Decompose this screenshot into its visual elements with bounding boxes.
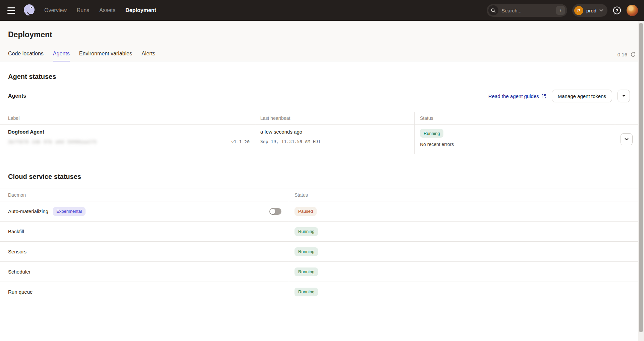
help-button[interactable]: ? xyxy=(612,6,622,15)
question-icon: ? xyxy=(612,6,622,15)
primary-nav: Overview Runs Assets Deployment xyxy=(44,7,156,13)
refresh-button[interactable] xyxy=(630,52,636,57)
daemon-name: Scheduler xyxy=(8,269,31,275)
col-header-label: Label xyxy=(0,115,255,121)
menu-button[interactable] xyxy=(4,3,18,17)
deployment-switcher[interactable]: P prod xyxy=(572,4,607,17)
search-input[interactable] xyxy=(498,8,556,13)
user-avatar[interactable] xyxy=(627,5,638,16)
daemon-status-badge: Running xyxy=(294,227,318,236)
daemon-row-sensors: Sensors Running xyxy=(0,242,638,262)
agent-name: Dogfood Agent xyxy=(8,129,255,135)
daemon-name: Auto-materializing xyxy=(8,208,48,214)
refresh-icon xyxy=(630,52,636,57)
agent-status-badge: Running xyxy=(420,129,443,138)
tab-agents[interactable]: Agents xyxy=(53,47,70,61)
agent-row: Dogfood Agent 3b7f870 2d6 97b a9d 5090ba… xyxy=(0,125,638,154)
heartbeat-relative: a few seconds ago xyxy=(260,129,414,135)
svg-text:?: ? xyxy=(616,8,619,13)
daemon-status-badge: Running xyxy=(294,288,318,296)
daemon-row-scheduler: Scheduler Running xyxy=(0,262,638,282)
agent-id-redacted: 3b7f870 2d6 97b a9d 5090baa275 xyxy=(8,139,97,144)
search-box[interactable]: / xyxy=(487,4,567,17)
dagster-logo[interactable] xyxy=(21,3,37,18)
hamburger-icon xyxy=(7,7,15,8)
top-navbar: Overview Runs Assets Deployment / P prod… xyxy=(0,0,644,21)
daemon-name: Run queue xyxy=(8,289,33,295)
daemon-row-backfill: Backfill Running xyxy=(0,222,638,242)
scrollbar xyxy=(638,21,644,341)
auto-materializing-toggle[interactable] xyxy=(269,208,281,215)
tabs-bar: Code locations Agents Environment variab… xyxy=(0,47,644,61)
refresh-timer: 0:16 xyxy=(618,52,627,57)
manage-tokens-menu-button[interactable] xyxy=(618,90,630,102)
agent-version: v1.1.20 xyxy=(231,139,250,144)
daemon-row-run-queue: Run queue Running xyxy=(0,282,638,302)
agents-table-header: Label Last heartbeat Status xyxy=(0,112,638,125)
cloud-services-table: Daemon Status Auto-materializing Experim… xyxy=(0,189,638,302)
agent-status-note: No recent errors xyxy=(420,142,615,147)
caret-down-icon xyxy=(622,95,626,97)
chevron-down-icon xyxy=(625,138,629,141)
scrollbar-thumb[interactable] xyxy=(639,23,643,332)
daemon-row-auto-materializing: Auto-materializing Experimental Paused xyxy=(0,201,638,222)
daemon-name: Backfill xyxy=(8,229,24,234)
daemon-status-badge: Running xyxy=(294,247,318,256)
agent-guides-link[interactable]: Read the agent guides xyxy=(488,93,546,99)
dagster-octopus-icon xyxy=(22,3,37,18)
nav-deployment[interactable]: Deployment xyxy=(125,7,156,13)
cloud-table-header: Daemon Status xyxy=(0,189,638,201)
search-icon xyxy=(488,5,498,15)
nav-runs[interactable]: Runs xyxy=(77,7,89,13)
nav-assets[interactable]: Assets xyxy=(99,7,115,13)
tab-environment-variables[interactable]: Environment variables xyxy=(79,47,132,61)
daemon-status-badge: Paused xyxy=(294,207,317,216)
org-name: prod xyxy=(586,8,596,13)
page-header: Deployment Code locations Agents Environ… xyxy=(0,21,644,61)
expand-agent-row-button[interactable] xyxy=(621,133,633,145)
external-link-icon xyxy=(541,94,546,99)
heartbeat-timestamp: Sep 19, 11:31:59 AM EDT xyxy=(260,139,414,144)
nav-overview[interactable]: Overview xyxy=(44,7,67,13)
col-header-status: Status xyxy=(289,189,638,201)
tab-alerts[interactable]: Alerts xyxy=(142,47,155,61)
agent-statuses-heading: Agent statuses xyxy=(0,73,638,81)
manage-agent-tokens-button[interactable]: Manage agent tokens xyxy=(552,90,612,102)
main-content: Agent statuses Agents Read the agent gui… xyxy=(0,73,638,302)
col-header-daemon: Daemon xyxy=(0,192,289,198)
daemon-status-badge: Running xyxy=(294,267,318,276)
slash-shortcut-key: / xyxy=(556,6,565,15)
col-header-status: Status xyxy=(414,112,615,124)
chevron-down-icon xyxy=(599,9,603,12)
navbar-right: / P prod ? xyxy=(487,4,638,17)
agents-table: Label Last heartbeat Status Dogfood Agen… xyxy=(0,112,638,154)
org-initial-badge: P xyxy=(574,6,583,15)
page-title: Deployment xyxy=(0,21,644,39)
agents-subheading: Agents xyxy=(8,93,26,99)
col-header-last-heartbeat: Last heartbeat xyxy=(255,112,414,124)
experimental-badge: Experimental xyxy=(53,207,86,216)
cloud-service-statuses-heading: Cloud service statuses xyxy=(0,173,638,181)
tab-code-locations[interactable]: Code locations xyxy=(8,47,44,61)
daemon-name: Sensors xyxy=(8,249,26,254)
